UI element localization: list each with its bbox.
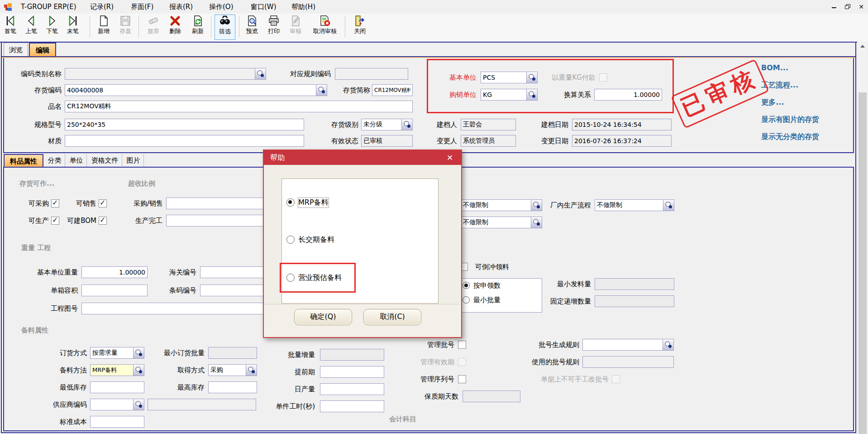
previous-record-button[interactable]: 上笔 [21, 14, 42, 40]
link-show-unclassified-items[interactable]: 显示无分类的存货 [761, 132, 819, 142]
mrp-prep-label[interactable]: MRP备料 [298, 198, 329, 207]
trade-unit-input[interactable] [481, 89, 526, 100]
preview-button[interactable]: 预览 [242, 14, 262, 40]
batch-rule-field[interactable] [582, 339, 674, 351]
lead-time-input[interactable] [320, 366, 384, 377]
lookup-icon[interactable] [246, 365, 257, 376]
unit-work-seconds-input[interactable] [320, 401, 384, 412]
code-category-field[interactable] [65, 68, 266, 80]
print-button[interactable]: 打印 [263, 14, 284, 40]
min-stock-field[interactable] [90, 381, 144, 393]
manage-batch-no-checkbox[interactable] [458, 341, 466, 349]
new-button[interactable]: 新增 [93, 14, 114, 40]
sales-estimate-prep-label[interactable]: 营业预估备料 [298, 273, 342, 283]
prep-method-input[interactable] [91, 365, 133, 376]
factory-flow-field[interactable] [595, 199, 674, 211]
order-method-input[interactable] [91, 347, 133, 358]
restriction1-input[interactable] [461, 200, 531, 211]
base-unit-input[interactable] [481, 72, 526, 83]
last-record-button[interactable]: 末笔 [62, 14, 83, 40]
tab-browse[interactable]: 浏览 [4, 43, 28, 56]
acquire-method-input[interactable] [209, 365, 246, 376]
link-show-items-with-image[interactable]: 显示有图片的存货 [761, 115, 819, 125]
customs-code-field[interactable] [200, 266, 267, 278]
sellable-checkbox[interactable] [99, 199, 107, 207]
item-level-input[interactable] [362, 119, 401, 130]
first-record-button[interactable]: 首笔 [0, 14, 21, 40]
cancel-audit-button[interactable]: 取消审核 [310, 14, 339, 40]
batch-rule-input[interactable] [583, 339, 663, 350]
box-volume-input[interactable] [82, 285, 147, 296]
lookup-icon[interactable] [663, 339, 673, 350]
product-name-field[interactable] [65, 101, 413, 112]
long-leadtime-prep-label[interactable]: 长交期备料 [298, 235, 334, 245]
subtab-category[interactable]: 分类 [44, 154, 65, 167]
subtab-item-attributes[interactable]: 料品属性 [4, 154, 43, 167]
supplier-code-input[interactable] [91, 399, 133, 410]
lookup-icon[interactable] [133, 365, 144, 376]
restore-button[interactable] [842, 2, 854, 12]
prep-method-field[interactable] [90, 364, 144, 376]
close-window-button[interactable]: ✕ [855, 2, 867, 12]
subtab-image[interactable]: 图片 [123, 154, 144, 167]
lookup-icon[interactable] [663, 200, 674, 211]
producible-checkbox[interactable] [51, 217, 59, 225]
minimize-button[interactable] [828, 2, 840, 12]
item-code-input[interactable] [65, 85, 316, 96]
subtab-qualification-files[interactable]: 资格文件 [88, 154, 122, 167]
lookup-icon[interactable] [526, 72, 537, 83]
mrp-prep-radio[interactable] [286, 198, 295, 207]
tab-edit[interactable]: 编辑 [29, 43, 56, 56]
scrollbar-thumb[interactable] [858, 92, 867, 434]
vertical-scrollbar[interactable] [858, 42, 867, 434]
standard-cost-input[interactable] [91, 416, 144, 427]
max-stock-field[interactable] [208, 381, 257, 393]
filter-button[interactable]: 筛选 [215, 14, 235, 40]
drawing-no-field[interactable] [81, 303, 292, 314]
drawing-no-input[interactable] [82, 303, 291, 314]
refresh-button[interactable]: 刷新 [187, 14, 208, 40]
trade-unit-field[interactable] [481, 89, 538, 101]
supplier-code-field[interactable] [90, 399, 144, 410]
product-name-input[interactable] [65, 101, 412, 112]
standard-cost-field[interactable] [90, 416, 144, 428]
barcode-input[interactable] [200, 285, 267, 296]
next-record-button[interactable]: 下笔 [42, 14, 62, 40]
lookup-icon[interactable] [531, 217, 542, 228]
menu-interface[interactable]: 界面(F) [128, 0, 156, 14]
spec-model-field[interactable] [65, 119, 304, 130]
by-min-batch-radio[interactable] [463, 296, 470, 304]
conversion-input[interactable] [595, 89, 662, 100]
restriction1-field[interactable] [461, 199, 542, 211]
lookup-icon[interactable] [401, 119, 412, 130]
ok-button[interactable]: 确定(Q) [294, 309, 352, 325]
material-input[interactable] [65, 135, 304, 146]
restriction2-field[interactable] [461, 217, 542, 228]
lookup-icon[interactable] [255, 68, 266, 79]
menu-report[interactable]: 报表(R) [167, 0, 196, 14]
menu-operation[interactable]: 操作(O) [206, 0, 236, 14]
daily-output-field[interactable] [320, 383, 384, 395]
base-unit-field[interactable] [481, 72, 538, 83]
max-stock-input[interactable] [209, 382, 257, 393]
material-field[interactable] [65, 135, 304, 147]
unit-work-seconds-field[interactable] [320, 400, 384, 412]
base-unit-weight-field[interactable] [81, 266, 148, 278]
lookup-icon[interactable] [133, 399, 144, 410]
customs-code-input[interactable] [200, 267, 267, 278]
barcode-field[interactable] [200, 285, 267, 296]
acquire-method-field[interactable] [208, 364, 257, 376]
order-method-field[interactable] [90, 347, 144, 359]
cancel-button[interactable]: 取消(C) [363, 309, 421, 325]
item-short-name-input[interactable] [372, 85, 412, 96]
box-volume-field[interactable] [81, 285, 148, 296]
item-short-name-field[interactable] [372, 84, 413, 96]
scroll-up-button[interactable] [858, 42, 867, 51]
menu-tgroup-erp[interactable]: T-GROUP ERP(E) [18, 0, 79, 14]
daily-output-input[interactable] [320, 384, 384, 395]
lookup-icon[interactable] [526, 89, 537, 100]
factory-flow-input[interactable] [595, 200, 663, 211]
item-level-field[interactable] [361, 119, 413, 130]
link-more[interactable]: 更多... [761, 98, 784, 107]
dialog-close-button[interactable]: ✕ [444, 150, 456, 165]
